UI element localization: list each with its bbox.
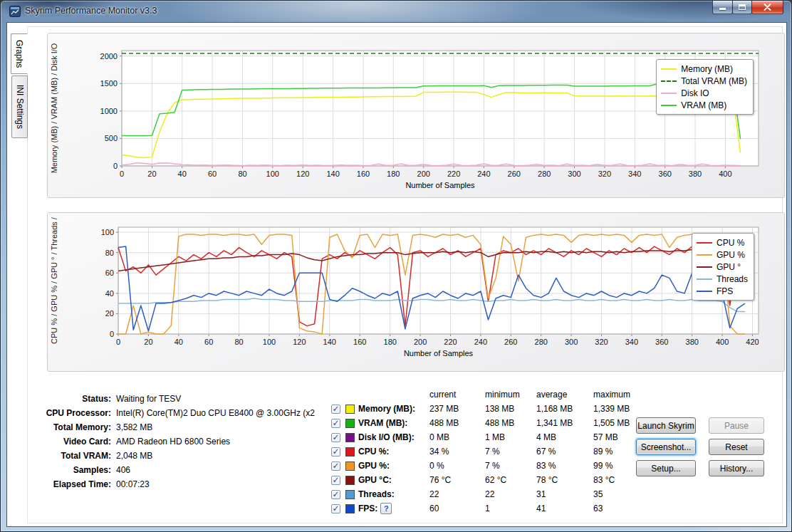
reset-button[interactable]: Reset bbox=[709, 439, 764, 455]
stat-checkbox[interactable]: ✓ bbox=[331, 405, 340, 414]
stat-color-swatch bbox=[345, 461, 355, 471]
svg-text:300: 300 bbox=[568, 169, 580, 178]
tab-ini-settings-label: INI Settings bbox=[15, 85, 25, 129]
legend-label: GPU % bbox=[717, 250, 745, 260]
svg-text:220: 220 bbox=[447, 169, 460, 178]
svg-text:CPU % / GPU % / GPU ° / Thread: CPU % / GPU % / GPU ° / Threads / bbox=[50, 217, 58, 344]
window-title: Skyrim Performance Monitor v3.3 bbox=[25, 6, 157, 16]
stat-value: 34 % bbox=[429, 447, 485, 457]
stat-value: 138 MB bbox=[485, 404, 536, 414]
chart-legend: Memory (MB) Total VRAM (MB) Disk IO VRAM… bbox=[656, 59, 754, 115]
stat-checkbox[interactable]: ✓ bbox=[331, 490, 340, 499]
stat-checkbox[interactable]: ✓ bbox=[331, 476, 340, 485]
stats-column-header: current bbox=[429, 390, 485, 400]
svg-text:Memory (MB) / VRAM (MB) / Disk: Memory (MB) / VRAM (MB) / Disk I/O bbox=[50, 43, 58, 173]
svg-text:0: 0 bbox=[120, 169, 124, 178]
svg-text:20: 20 bbox=[144, 338, 152, 346]
info-value: AMD Radeon HD 6800 Series bbox=[116, 437, 315, 447]
stat-checkbox[interactable]: ✓ bbox=[331, 433, 340, 442]
info-row: Status: Waiting for TESV bbox=[27, 392, 315, 406]
app-icon bbox=[9, 6, 21, 17]
stat-value: 41 bbox=[536, 504, 593, 513]
legend-label: CPU % bbox=[717, 238, 744, 248]
legend-line-swatch bbox=[661, 68, 677, 70]
svg-text:380: 380 bbox=[689, 169, 702, 178]
fps-help-button[interactable]: ? bbox=[380, 503, 392, 514]
stats-column-header: average bbox=[536, 390, 593, 400]
stat-value: 1,168 MB bbox=[536, 404, 593, 414]
info-value: Waiting for TESV bbox=[116, 394, 315, 404]
svg-text:140: 140 bbox=[323, 338, 336, 346]
info-value: 3,582 MB bbox=[116, 422, 315, 432]
legend-item: Total VRAM (MB) bbox=[661, 75, 747, 87]
stat-value: 488 MB bbox=[429, 418, 485, 428]
stat-value: 83 % bbox=[536, 461, 593, 471]
info-row: Samples: 406 bbox=[27, 463, 315, 477]
minimize-button[interactable] bbox=[712, 1, 733, 14]
svg-text:140: 140 bbox=[326, 169, 339, 178]
stat-checkbox[interactable]: ✓ bbox=[331, 419, 340, 428]
stat-checkbox[interactable]: ✓ bbox=[331, 461, 340, 471]
svg-text:180: 180 bbox=[387, 169, 400, 178]
svg-text:Number of Samples: Number of Samples bbox=[405, 181, 475, 189]
stat-color-swatch bbox=[345, 476, 355, 485]
svg-text:20: 20 bbox=[147, 169, 156, 178]
svg-text:380: 380 bbox=[686, 338, 699, 346]
tab-ini-settings[interactable]: INI Settings bbox=[11, 75, 28, 138]
legend-line-swatch bbox=[697, 254, 712, 256]
titlebar[interactable]: Skyrim Performance Monitor v3.3 bbox=[1, 1, 791, 22]
svg-text:2000: 2000 bbox=[100, 52, 118, 61]
stats-table: currentminimumaveragemaximum ✓ Memory (M… bbox=[331, 387, 650, 516]
stat-value: 62 °C bbox=[485, 475, 536, 485]
stat-value: 0 MB bbox=[429, 432, 485, 442]
svg-text:200: 200 bbox=[417, 169, 430, 178]
legend-item: CPU % bbox=[697, 236, 748, 249]
legend-label: GPU ° bbox=[717, 262, 741, 272]
svg-text:60: 60 bbox=[204, 338, 213, 346]
close-button[interactable] bbox=[751, 1, 783, 14]
stat-value: 31 bbox=[536, 489, 593, 499]
stat-color-swatch bbox=[345, 419, 355, 428]
svg-text:0: 0 bbox=[110, 330, 114, 338]
svg-text:80: 80 bbox=[105, 249, 114, 257]
stat-label: CPU %: bbox=[358, 447, 429, 457]
setup-button[interactable]: Setup... bbox=[636, 460, 696, 476]
svg-text:240: 240 bbox=[477, 169, 490, 178]
legend-item: GPU ° bbox=[697, 261, 748, 273]
stat-value: 7 % bbox=[485, 461, 536, 471]
svg-text:60: 60 bbox=[105, 268, 114, 277]
legend-item: GPU % bbox=[697, 249, 748, 261]
info-value: 406 bbox=[116, 465, 315, 475]
screenshot-button[interactable]: Screenshot... bbox=[636, 439, 696, 455]
legend-label: Memory (MB) bbox=[681, 64, 733, 74]
stat-color-swatch bbox=[345, 447, 355, 457]
info-row: CPU Processor: Intel(R) Core(TM)2 Duo CP… bbox=[27, 406, 315, 420]
maximize-button[interactable] bbox=[732, 1, 752, 14]
info-value: 00:07:23 bbox=[116, 479, 315, 489]
svg-text:260: 260 bbox=[504, 338, 517, 346]
pause-button[interactable]: Pause bbox=[709, 417, 764, 434]
legend-line-swatch bbox=[697, 278, 712, 280]
legend-item: Memory (MB) bbox=[661, 63, 747, 75]
stat-row: ✓ Threads:22223135 bbox=[331, 487, 650, 501]
stat-color-swatch bbox=[345, 504, 355, 513]
history-button[interactable]: History... bbox=[709, 460, 764, 476]
svg-text:400: 400 bbox=[716, 338, 729, 346]
stat-checkbox[interactable]: ✓ bbox=[331, 447, 340, 457]
info-row: Video Card: AMD Radeon HD 6800 Series bbox=[27, 434, 315, 449]
svg-text:Number of Samples: Number of Samples bbox=[404, 349, 474, 358]
svg-text:120: 120 bbox=[293, 338, 306, 346]
maximize-icon bbox=[739, 4, 746, 10]
launch-skyrim-button[interactable]: Launch Skyrim bbox=[636, 417, 696, 434]
info-label: CPU Processor: bbox=[27, 408, 111, 418]
svg-text:240: 240 bbox=[474, 338, 487, 346]
tab-graphs[interactable]: Graphs bbox=[11, 33, 28, 74]
stat-row: ✓ Memory (MB):237 MB138 MB1,168 MB1,339 … bbox=[331, 402, 650, 416]
svg-text:40: 40 bbox=[105, 289, 114, 298]
cpu-gpu-chart: 0204060801001201401601802002202402602803… bbox=[47, 212, 785, 372]
stat-checkbox[interactable]: ✓ bbox=[331, 504, 340, 513]
info-label: Total VRAM: bbox=[27, 451, 111, 461]
stat-value: 0 % bbox=[429, 461, 485, 471]
svg-text:220: 220 bbox=[444, 338, 457, 346]
legend-line-swatch bbox=[697, 291, 712, 292]
